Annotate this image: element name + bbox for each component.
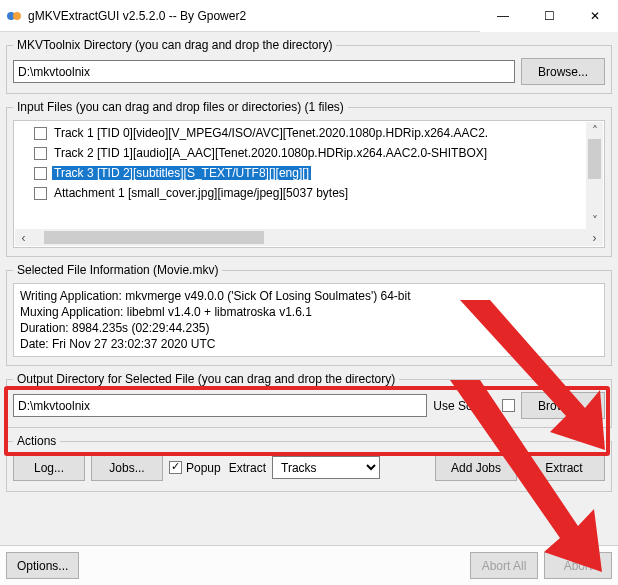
scroll-up-icon[interactable]: ˄ bbox=[586, 122, 603, 139]
mkvtoolnix-legend: MKVToolnix Directory (you can drag and d… bbox=[13, 38, 336, 52]
actions-legend: Actions bbox=[13, 434, 60, 448]
track-item[interactable]: Track 2 [TID 1][audio][A_AAC][Tenet.2020… bbox=[34, 143, 604, 163]
track-checkbox[interactable] bbox=[34, 127, 47, 140]
output-dir-legend: Output Directory for Selected File (you … bbox=[13, 372, 399, 386]
extract-label: Extract bbox=[229, 461, 266, 475]
file-info-group: Selected File Information (Movie.mkv) Wr… bbox=[6, 263, 612, 366]
window-close-button[interactable]: ✕ bbox=[572, 0, 618, 32]
input-files-legend: Input Files (you can drag and drop files… bbox=[13, 100, 348, 114]
file-info-legend: Selected File Information (Movie.mkv) bbox=[13, 263, 222, 277]
input-horizontal-scrollbar[interactable]: ‹ › bbox=[15, 229, 603, 246]
popup-checkbox[interactable] bbox=[169, 461, 182, 474]
abort-all-button[interactable]: Abort All bbox=[470, 552, 538, 579]
scroll-down-icon[interactable]: ˅ bbox=[586, 212, 603, 229]
log-button[interactable]: Log... bbox=[13, 454, 85, 481]
output-browse-button[interactable]: Browse... bbox=[521, 392, 605, 419]
scroll-right-icon[interactable]: › bbox=[586, 231, 603, 245]
use-source-checkbox[interactable] bbox=[502, 399, 515, 412]
titlebar: gMKVExtractGUI v2.5.2.0 -- By Gpower2 — … bbox=[0, 0, 618, 32]
app-icon bbox=[6, 8, 22, 24]
input-vertical-scrollbar[interactable]: ˄ ˅ bbox=[586, 122, 603, 229]
file-info-box: Writing Application: mkvmerge v49.0.0 ('… bbox=[13, 283, 605, 357]
window-title: gMKVExtractGUI v2.5.2.0 -- By Gpower2 bbox=[28, 9, 480, 23]
output-dir-group: Output Directory for Selected File (you … bbox=[6, 372, 612, 428]
track-label: Track 1 [TID 0][video][V_MPEG4/ISO/AVC][… bbox=[52, 126, 490, 140]
file-info-line: Muxing Application: libebml v1.4.0 + lib… bbox=[20, 304, 598, 320]
window-minimize-button[interactable]: — bbox=[480, 0, 526, 32]
input-files-group: Input Files (you can drag and drop files… bbox=[6, 100, 612, 257]
popup-label: Popup bbox=[186, 461, 221, 475]
track-checkbox[interactable] bbox=[34, 187, 47, 200]
track-checkbox[interactable] bbox=[34, 167, 47, 180]
svg-point-1 bbox=[13, 12, 21, 20]
input-files-tree[interactable]: Track 1 [TID 0][video][V_MPEG4/ISO/AVC][… bbox=[13, 120, 605, 248]
track-label: Track 3 [TID 2][subtitles][S_TEXT/UTF8][… bbox=[52, 166, 311, 180]
track-item[interactable]: Attachment 1 [small_cover.jpg][image/jpe… bbox=[34, 183, 604, 203]
track-checkbox[interactable] bbox=[34, 147, 47, 160]
window-maximize-button[interactable]: ☐ bbox=[526, 0, 572, 32]
options-button[interactable]: Options... bbox=[6, 552, 79, 579]
track-item[interactable]: Track 1 [TID 0][video][V_MPEG4/ISO/AVC][… bbox=[34, 123, 604, 143]
output-dir-input[interactable] bbox=[13, 394, 427, 417]
file-info-line: Writing Application: mkvmerge v49.0.0 ('… bbox=[20, 288, 598, 304]
actions-group: Actions Log... Jobs... Popup Extract Tra… bbox=[6, 434, 612, 492]
abort-button[interactable]: Abort bbox=[544, 552, 612, 579]
track-label: Attachment 1 [small_cover.jpg][image/jpe… bbox=[52, 186, 350, 200]
mkvtoolnix-browse-button[interactable]: Browse... bbox=[521, 58, 605, 85]
scroll-thumb[interactable] bbox=[588, 139, 601, 179]
add-jobs-button[interactable]: Add Jobs bbox=[435, 454, 517, 481]
file-info-line: Duration: 8984.235s (02:29:44.235) bbox=[20, 320, 598, 336]
file-info-line: Date: Fri Nov 27 23:02:37 2020 UTC bbox=[20, 336, 598, 352]
extract-button[interactable]: Extract bbox=[523, 454, 605, 481]
extract-mode-select[interactable]: Tracks bbox=[272, 456, 380, 479]
jobs-button[interactable]: Jobs... bbox=[91, 454, 163, 481]
track-item[interactable]: Track 3 [TID 2][subtitles][S_TEXT/UTF8][… bbox=[34, 163, 604, 183]
use-source-label: Use Source bbox=[433, 399, 496, 413]
mkvtoolnix-group: MKVToolnix Directory (you can drag and d… bbox=[6, 38, 612, 94]
scroll-left-icon[interactable]: ‹ bbox=[15, 231, 32, 245]
scroll-thumb[interactable] bbox=[44, 231, 264, 244]
bottom-strip: Options... Abort All Abort bbox=[0, 545, 618, 585]
mkvtoolnix-path-input[interactable] bbox=[13, 60, 515, 83]
track-label: Track 2 [TID 1][audio][A_AAC][Tenet.2020… bbox=[52, 146, 489, 160]
